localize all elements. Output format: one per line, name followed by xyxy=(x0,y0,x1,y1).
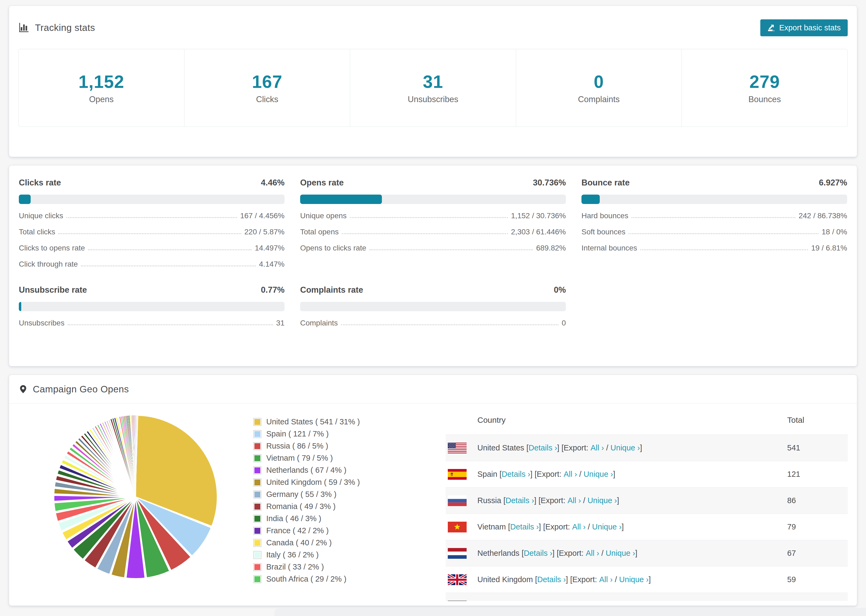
stat-value: 31 xyxy=(423,71,443,92)
details-link[interactable]: Details › xyxy=(529,443,557,452)
country-name: Spain xyxy=(477,470,497,479)
legend-swatch xyxy=(254,478,261,486)
country-total: 86 xyxy=(787,496,848,505)
flag-icon-us xyxy=(448,443,467,453)
legend-swatch xyxy=(254,442,261,450)
rate-detail-row: Unsubscribes31 xyxy=(19,319,285,327)
legend-label: Romania ( 49 / 3% ) xyxy=(266,502,335,511)
legend-swatch xyxy=(254,539,261,547)
export-all-link[interactable]: All › xyxy=(564,470,577,479)
export-all-link[interactable]: All › xyxy=(590,443,604,452)
legend-swatch xyxy=(254,515,261,523)
progress-bar xyxy=(300,195,566,204)
stat-label: Bounces xyxy=(748,94,781,104)
geo-opens-pie-chart[interactable] xyxy=(49,411,222,583)
export-unique-link[interactable]: Unique › xyxy=(584,470,613,479)
progress-bar xyxy=(19,195,285,204)
rate-detail-row: Total opens2,303 / 61.446% xyxy=(300,227,566,236)
rate-detail-row: Unique opens1,152 / 30.736% xyxy=(300,211,566,220)
legend-label: South Africa ( 29 / 2% ) xyxy=(266,575,346,583)
export-icon xyxy=(767,24,775,32)
rate-title: Opens rate xyxy=(300,178,344,188)
progress-bar xyxy=(300,302,566,311)
details-link[interactable]: Details › xyxy=(505,496,534,505)
country-total: 79 xyxy=(787,522,848,531)
stat-box-bounces: 279Bounces xyxy=(682,49,847,127)
rate-section-bounce-rate: Bounce rate6.927%Hard bounces242 / 86.73… xyxy=(581,178,847,269)
stat-value: 1,152 xyxy=(79,71,124,92)
export-all-link[interactable]: All › xyxy=(599,575,612,584)
details-link[interactable]: Details › xyxy=(537,575,565,584)
rate-title: Complaints rate xyxy=(300,285,363,295)
legend-label: Netherlands ( 67 / 4% ) xyxy=(266,466,346,475)
country-row-germany: Germany [Details ›] [Export: All › / Uni… xyxy=(446,593,848,601)
stat-box-clicks: 167Clicks xyxy=(184,49,350,127)
details-link[interactable]: Details › xyxy=(502,470,530,479)
tracking-stats-header: Tracking stats Export basic stats xyxy=(18,19,848,36)
column-header-country: Country xyxy=(446,415,787,425)
legend-item-south-africa: South Africa ( 29 / 2% ) xyxy=(254,573,425,585)
legend-item-canada: Canada ( 40 / 2% ) xyxy=(254,537,425,549)
export-all-link[interactable]: All › xyxy=(567,496,581,505)
next-section-edge xyxy=(274,608,866,616)
flag-icon-vn xyxy=(448,522,467,533)
legend-item-netherlands: Netherlands ( 67 / 4% ) xyxy=(254,464,425,476)
legend-label: Brazil ( 33 / 2% ) xyxy=(266,563,324,571)
geo-pie-legend: United States ( 541 / 31% )Spain ( 121 /… xyxy=(254,404,425,601)
legend-label: Canada ( 40 / 2% ) xyxy=(266,538,332,547)
tracking-stats-card: Tracking stats Export basic stats 1,152O… xyxy=(9,6,857,157)
rate-detail-row: Click through rate4.147% xyxy=(19,259,285,269)
country-name: United Kingdom xyxy=(477,575,533,584)
geo-country-table: Country Total United States [Details ›] … xyxy=(446,404,848,601)
legend-swatch xyxy=(254,503,261,511)
rate-section-clicks-rate: Clicks rate4.46%Unique clicks167 / 4.456… xyxy=(19,178,285,269)
country-row-united-states: United States [Details ›] [Export: All ›… xyxy=(446,435,848,461)
legend-item-germany: Germany ( 55 / 3% ) xyxy=(254,488,425,500)
country-row-united-kingdom: United Kingdom [Details ›] [Export: All … xyxy=(446,567,848,593)
map-pin-icon xyxy=(19,385,27,393)
legend-item-france: France ( 42 / 2% ) xyxy=(254,525,425,537)
legend-item-russia: Russia ( 86 / 5% ) xyxy=(254,440,425,452)
stat-label: Clicks xyxy=(256,94,279,104)
country-row-vietnam: Vietnam [Details ›] [Export: All › / Uni… xyxy=(446,514,848,540)
rate-section-complaints-rate: Complaints rate0%Complaints0 xyxy=(300,285,566,327)
rate-detail-row: Opens to clicks rate689.82% xyxy=(300,244,566,252)
details-link[interactable]: Details › xyxy=(510,522,539,531)
rate-value: 30.736% xyxy=(533,178,566,188)
legend-swatch xyxy=(254,454,261,462)
campaign-geo-opens-card: Campaign Geo Opens United States ( 541 /… xyxy=(9,375,857,606)
export-unique-link[interactable]: Unique › xyxy=(619,575,649,584)
stat-value: 167 xyxy=(252,71,282,92)
rate-detail-row: Unique clicks167 / 4.456% xyxy=(19,211,285,220)
rate-detail-row: Internal bounces19 / 6.81% xyxy=(581,244,847,252)
legend-item-brazil: Brazil ( 33 / 2% ) xyxy=(254,561,425,573)
details-link[interactable]: Details › xyxy=(524,549,553,558)
rate-detail-row: Clicks to opens rate14.497% xyxy=(19,244,285,252)
legend-item-italy: Italy ( 36 / 2% ) xyxy=(254,549,425,561)
rate-value: 0.77% xyxy=(261,285,285,295)
flag-icon-es xyxy=(448,469,467,480)
rates-card: Clicks rate4.46%Unique clicks167 / 4.456… xyxy=(9,165,857,366)
legend-swatch xyxy=(254,490,261,498)
legend-label: India ( 46 / 3% ) xyxy=(266,514,321,523)
stat-label: Opens xyxy=(89,94,113,104)
export-all-link[interactable]: All › xyxy=(572,522,586,531)
export-unique-link[interactable]: Unique › xyxy=(606,549,635,558)
rate-value: 0% xyxy=(554,285,566,295)
legend-label: United States ( 541 / 31% ) xyxy=(266,417,360,426)
export-unique-link[interactable]: Unique › xyxy=(611,443,640,452)
rate-detail-row: Complaints0 xyxy=(300,319,566,327)
export-basic-stats-button[interactable]: Export basic stats xyxy=(760,19,848,36)
legend-item-united-states: United States ( 541 / 31% ) xyxy=(254,416,425,428)
export-all-link[interactable]: All › xyxy=(586,549,599,558)
stats-summary-row: 1,152Opens167Clicks31Unsubscribes0Compla… xyxy=(18,49,848,127)
country-name: United States xyxy=(477,443,524,452)
legend-swatch xyxy=(254,466,261,475)
rate-value: 6.927% xyxy=(819,178,847,188)
flag-icon-gb xyxy=(448,574,467,585)
progress-bar xyxy=(19,302,285,311)
export-unique-link[interactable]: Unique › xyxy=(592,522,622,531)
rate-section-unsubscribe-rate: Unsubscribe rate0.77%Unsubscribes31 xyxy=(19,285,285,327)
legend-swatch xyxy=(254,575,261,583)
export-unique-link[interactable]: Unique › xyxy=(587,496,617,505)
